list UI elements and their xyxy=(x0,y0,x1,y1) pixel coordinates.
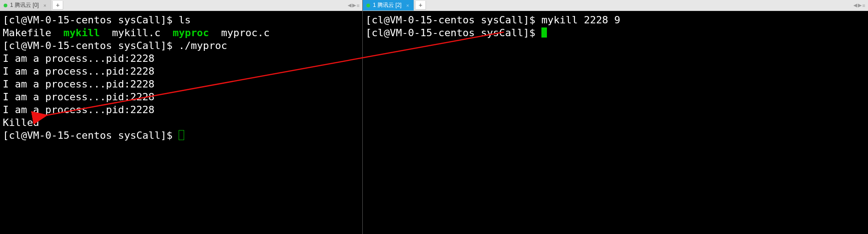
left-terminal[interactable]: [cl@VM-0-15-centos sysCall]$ ls Makefile… xyxy=(0,11,362,234)
tabbar-controls: ◀ ▶ ≡ xyxy=(345,0,362,11)
new-tab-button[interactable]: + xyxy=(52,1,63,10)
left-tabbar: 1 腾讯云 [0] × + ◀ ▶ ≡ xyxy=(0,0,362,11)
tabbar-controls: ◀ ▶ ≡ xyxy=(851,0,868,11)
scroll-left-icon[interactable]: ◀ xyxy=(853,2,857,8)
close-icon[interactable]: × xyxy=(404,3,409,8)
plus-icon: + xyxy=(419,1,422,9)
right-pane: 1 腾讯云 [2] × + ◀ ▶ ≡ [cl@VM-0-15-centos s… xyxy=(363,0,868,234)
scroll-right-icon[interactable]: ▶ xyxy=(858,2,862,8)
tabbar-spacer xyxy=(63,0,344,11)
status-dot-icon xyxy=(366,4,370,7)
menu-icon[interactable]: ≡ xyxy=(863,3,865,8)
split-terminal-layout: 1 腾讯云 [0] × + ◀ ▶ ≡ [cl@VM-0-15-centos s… xyxy=(0,0,868,234)
cursor-icon xyxy=(541,27,547,38)
tab-left-session[interactable]: 1 腾讯云 [0] × xyxy=(0,0,51,11)
tab-right-session[interactable]: 1 腾讯云 [2] × xyxy=(363,0,414,11)
right-terminal[interactable]: [cl@VM-0-15-centos sysCall]$ mykill 2228… xyxy=(363,11,868,234)
right-tabbar: 1 腾讯云 [2] × + ◀ ▶ ≡ xyxy=(363,0,868,11)
status-dot-icon xyxy=(4,4,7,7)
plus-icon: + xyxy=(56,1,60,9)
scroll-left-icon[interactable]: ◀ xyxy=(348,2,351,8)
tab-title: 1 腾讯云 [2] xyxy=(373,1,402,9)
tab-title: 1 腾讯云 [0] xyxy=(10,1,39,9)
left-pane: 1 腾讯云 [0] × + ◀ ▶ ≡ [cl@VM-0-15-centos s… xyxy=(0,0,363,234)
menu-icon[interactable]: ≡ xyxy=(357,3,360,8)
tabbar-spacer xyxy=(426,0,850,11)
close-icon[interactable]: × xyxy=(42,3,46,8)
new-tab-button[interactable]: + xyxy=(415,1,426,10)
scroll-right-icon[interactable]: ▶ xyxy=(352,2,356,8)
cursor-icon xyxy=(179,130,184,140)
